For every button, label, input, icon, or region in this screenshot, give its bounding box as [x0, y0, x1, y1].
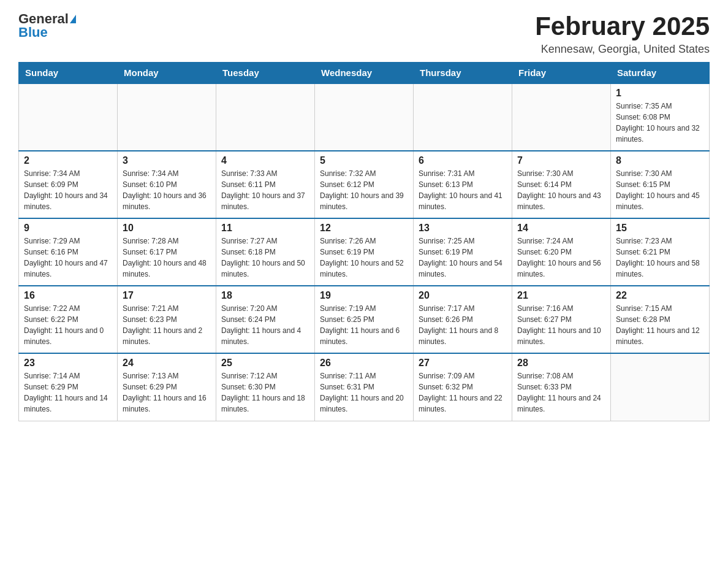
day-number: 19 — [320, 290, 408, 301]
day-info: Sunrise: 7:20 AM Sunset: 6:24 PM Dayligh… — [221, 303, 309, 347]
calendar-day-cell: 22Sunrise: 7:15 AM Sunset: 6:28 PM Dayli… — [611, 286, 710, 353]
day-number: 17 — [123, 290, 211, 301]
calendar-week-row: 9Sunrise: 7:29 AM Sunset: 6:16 PM Daylig… — [19, 218, 710, 286]
calendar-day-cell: 25Sunrise: 7:12 AM Sunset: 6:30 PM Dayli… — [216, 353, 315, 421]
calendar-week-row: 16Sunrise: 7:22 AM Sunset: 6:22 PM Dayli… — [19, 286, 710, 353]
calendar-day-cell: 26Sunrise: 7:11 AM Sunset: 6:31 PM Dayli… — [315, 353, 414, 421]
day-info: Sunrise: 7:28 AM Sunset: 6:17 PM Dayligh… — [123, 236, 211, 280]
day-number: 22 — [616, 290, 704, 301]
day-info: Sunrise: 7:32 AM Sunset: 6:12 PM Dayligh… — [320, 168, 408, 212]
logo: General Blue — [18, 12, 76, 39]
day-number: 5 — [320, 155, 408, 166]
calendar-day-cell: 20Sunrise: 7:17 AM Sunset: 6:26 PM Dayli… — [414, 286, 512, 353]
calendar-day-cell: 14Sunrise: 7:24 AM Sunset: 6:20 PM Dayli… — [512, 218, 611, 286]
day-number: 7 — [517, 155, 605, 166]
calendar-day-cell — [611, 353, 710, 421]
day-info: Sunrise: 7:26 AM Sunset: 6:19 PM Dayligh… — [320, 236, 408, 280]
day-info: Sunrise: 7:22 AM Sunset: 6:22 PM Dayligh… — [24, 303, 112, 347]
day-info: Sunrise: 7:17 AM Sunset: 6:26 PM Dayligh… — [419, 303, 507, 347]
day-info: Sunrise: 7:15 AM Sunset: 6:28 PM Dayligh… — [616, 303, 704, 347]
calendar-day-cell — [512, 83, 611, 151]
day-number: 28 — [517, 358, 605, 369]
day-number: 25 — [221, 358, 309, 369]
day-number: 24 — [123, 358, 211, 369]
day-header-sunday: Sunday — [19, 63, 118, 84]
calendar-day-cell — [216, 83, 315, 151]
calendar-location: Kennesaw, Georgia, United States — [535, 43, 710, 56]
day-info: Sunrise: 7:14 AM Sunset: 6:29 PM Dayligh… — [24, 370, 112, 415]
day-number: 2 — [24, 155, 112, 166]
calendar-day-cell: 9Sunrise: 7:29 AM Sunset: 6:16 PM Daylig… — [19, 218, 118, 286]
calendar-day-cell — [19, 83, 118, 151]
day-info: Sunrise: 7:23 AM Sunset: 6:21 PM Dayligh… — [616, 236, 704, 280]
day-info: Sunrise: 7:16 AM Sunset: 6:27 PM Dayligh… — [517, 303, 605, 347]
day-info: Sunrise: 7:24 AM Sunset: 6:20 PM Dayligh… — [517, 236, 605, 280]
day-number: 10 — [123, 223, 211, 234]
day-info: Sunrise: 7:35 AM Sunset: 6:08 PM Dayligh… — [616, 101, 704, 145]
day-number: 3 — [123, 155, 211, 166]
day-header-wednesday: Wednesday — [315, 63, 414, 84]
calendar-day-cell: 18Sunrise: 7:20 AM Sunset: 6:24 PM Dayli… — [216, 286, 315, 353]
calendar-day-cell: 2Sunrise: 7:34 AM Sunset: 6:09 PM Daylig… — [19, 151, 118, 218]
day-number: 11 — [221, 223, 309, 234]
calendar-week-row: 23Sunrise: 7:14 AM Sunset: 6:29 PM Dayli… — [19, 353, 710, 421]
day-number: 23 — [24, 358, 112, 369]
calendar-header-row: SundayMondayTuesdayWednesdayThursdayFrid… — [19, 63, 710, 84]
day-number: 16 — [24, 290, 112, 301]
calendar-day-cell: 12Sunrise: 7:26 AM Sunset: 6:19 PM Dayli… — [315, 218, 414, 286]
day-header-saturday: Saturday — [611, 63, 710, 84]
calendar-day-cell: 11Sunrise: 7:27 AM Sunset: 6:18 PM Dayli… — [216, 218, 315, 286]
day-number: 20 — [419, 290, 507, 301]
day-header-thursday: Thursday — [414, 63, 512, 84]
day-info: Sunrise: 7:30 AM Sunset: 6:15 PM Dayligh… — [616, 168, 704, 212]
logo-triangle-icon — [70, 15, 76, 23]
day-info: Sunrise: 7:12 AM Sunset: 6:30 PM Dayligh… — [221, 370, 309, 415]
day-info: Sunrise: 7:11 AM Sunset: 6:31 PM Dayligh… — [320, 370, 408, 415]
calendar-table: SundayMondayTuesdayWednesdayThursdayFrid… — [18, 62, 710, 421]
day-info: Sunrise: 7:13 AM Sunset: 6:29 PM Dayligh… — [123, 370, 211, 415]
calendar-day-cell: 24Sunrise: 7:13 AM Sunset: 6:29 PM Dayli… — [118, 353, 216, 421]
day-info: Sunrise: 7:34 AM Sunset: 6:09 PM Dayligh… — [24, 168, 112, 212]
calendar-day-cell: 15Sunrise: 7:23 AM Sunset: 6:21 PM Dayli… — [611, 218, 710, 286]
day-number: 12 — [320, 223, 408, 234]
day-number: 9 — [24, 223, 112, 234]
day-number: 6 — [419, 155, 507, 166]
calendar-day-cell: 4Sunrise: 7:33 AM Sunset: 6:11 PM Daylig… — [216, 151, 315, 218]
calendar-day-cell: 8Sunrise: 7:30 AM Sunset: 6:15 PM Daylig… — [611, 151, 710, 218]
day-info: Sunrise: 7:09 AM Sunset: 6:32 PM Dayligh… — [419, 370, 507, 415]
calendar-week-row: 1Sunrise: 7:35 AM Sunset: 6:08 PM Daylig… — [19, 83, 710, 151]
calendar-day-cell: 1Sunrise: 7:35 AM Sunset: 6:08 PM Daylig… — [611, 83, 710, 151]
day-info: Sunrise: 7:27 AM Sunset: 6:18 PM Dayligh… — [221, 236, 309, 280]
logo-blue-text: Blue — [18, 25, 48, 40]
day-info: Sunrise: 7:30 AM Sunset: 6:14 PM Dayligh… — [517, 168, 605, 212]
logo-general-text: General — [18, 12, 69, 26]
day-number: 15 — [616, 223, 704, 234]
day-info: Sunrise: 7:21 AM Sunset: 6:23 PM Dayligh… — [123, 303, 211, 347]
day-info: Sunrise: 7:25 AM Sunset: 6:19 PM Dayligh… — [419, 236, 507, 280]
calendar-day-cell: 16Sunrise: 7:22 AM Sunset: 6:22 PM Dayli… — [19, 286, 118, 353]
calendar-day-cell: 7Sunrise: 7:30 AM Sunset: 6:14 PM Daylig… — [512, 151, 611, 218]
calendar-day-cell: 21Sunrise: 7:16 AM Sunset: 6:27 PM Dayli… — [512, 286, 611, 353]
day-info: Sunrise: 7:33 AM Sunset: 6:11 PM Dayligh… — [221, 168, 309, 212]
day-number: 1 — [616, 88, 704, 99]
day-number: 27 — [419, 358, 507, 369]
day-info: Sunrise: 7:19 AM Sunset: 6:25 PM Dayligh… — [320, 303, 408, 347]
day-info: Sunrise: 7:29 AM Sunset: 6:16 PM Dayligh… — [24, 236, 112, 280]
calendar-day-cell: 28Sunrise: 7:08 AM Sunset: 6:33 PM Dayli… — [512, 353, 611, 421]
day-number: 18 — [221, 290, 309, 301]
calendar-day-cell: 3Sunrise: 7:34 AM Sunset: 6:10 PM Daylig… — [118, 151, 216, 218]
page-header: General Blue February 2025 Kennesaw, Geo… — [18, 12, 710, 56]
calendar-day-cell — [118, 83, 216, 151]
calendar-day-cell: 13Sunrise: 7:25 AM Sunset: 6:19 PM Dayli… — [414, 218, 512, 286]
calendar-day-cell: 6Sunrise: 7:31 AM Sunset: 6:13 PM Daylig… — [414, 151, 512, 218]
title-block: February 2025 Kennesaw, Georgia, United … — [535, 12, 710, 56]
day-header-friday: Friday — [512, 63, 611, 84]
calendar-day-cell: 17Sunrise: 7:21 AM Sunset: 6:23 PM Dayli… — [118, 286, 216, 353]
day-number: 4 — [221, 155, 309, 166]
calendar-day-cell: 27Sunrise: 7:09 AM Sunset: 6:32 PM Dayli… — [414, 353, 512, 421]
day-header-tuesday: Tuesday — [216, 63, 315, 84]
day-header-monday: Monday — [118, 63, 216, 84]
day-number: 8 — [616, 155, 704, 166]
day-info: Sunrise: 7:31 AM Sunset: 6:13 PM Dayligh… — [419, 168, 507, 212]
day-number: 21 — [517, 290, 605, 301]
